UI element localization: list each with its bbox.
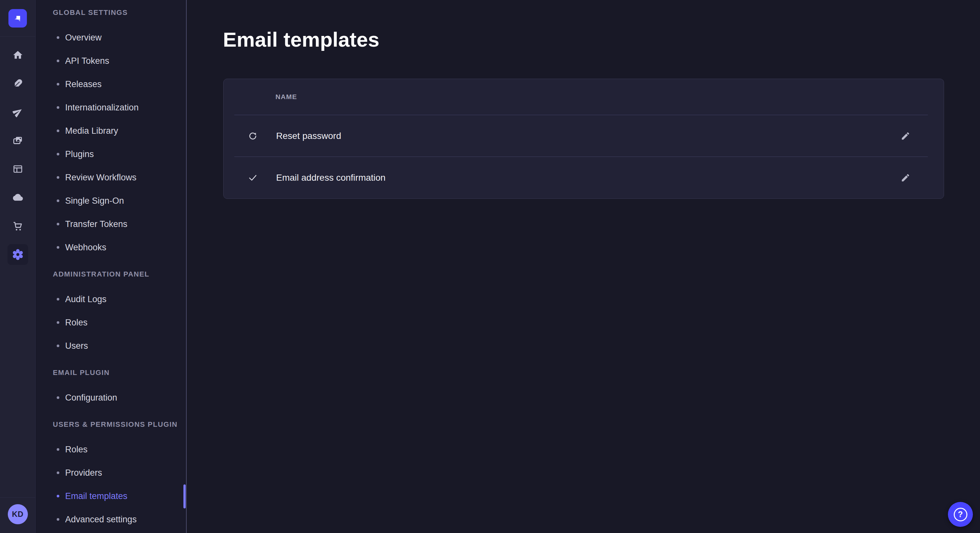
sidebar-item-label: Releases <box>65 79 102 89</box>
send-icon[interactable] <box>3 98 32 126</box>
sidebar-item-webhooks[interactable]: Webhooks <box>36 236 186 259</box>
sidebar-item-email-configuration[interactable]: Configuration <box>36 386 186 409</box>
app-icon-sidebar: KD <box>0 0 36 533</box>
table-row-reset-password[interactable]: Reset password <box>224 115 944 156</box>
user-avatar[interactable]: KD <box>8 504 28 524</box>
bullet-icon <box>57 298 59 300</box>
bullet-icon <box>57 448 59 451</box>
sidebar-item-label: Audit Logs <box>65 294 107 305</box>
settings-gear-icon[interactable] <box>3 240 32 269</box>
sidebar-item-label: Plugins <box>65 149 94 159</box>
bullet-icon <box>57 471 59 474</box>
bullet-icon <box>57 176 59 179</box>
question-circle-icon: ? <box>954 508 967 521</box>
page-title: Email templates <box>223 29 380 50</box>
rail-divider <box>0 497 35 498</box>
main-content: Email templates NAME Reset password Emai… <box>187 0 980 533</box>
sidebar-item-transfer-tokens[interactable]: Transfer Tokens <box>36 213 186 236</box>
strapi-logo[interactable] <box>8 9 27 27</box>
sidebar-item-internationalization[interactable]: Internationalization <box>36 96 186 119</box>
pencil-icon[interactable] <box>898 129 913 143</box>
template-name: Reset password <box>276 131 341 141</box>
sidebar-item-label: Media Library <box>65 126 118 136</box>
sidebar-item-providers[interactable]: Providers <box>36 461 186 484</box>
bullet-icon <box>57 83 59 86</box>
template-name: Email address confirmation <box>276 173 386 183</box>
nav-section-email-plugin: EMAIL PLUGIN Configuration <box>36 368 186 409</box>
sidebar-item-label: Providers <box>65 468 102 478</box>
email-templates-table: NAME Reset password Email address confir… <box>223 79 944 199</box>
pencil-icon[interactable] <box>898 171 913 185</box>
nav-section-administration-panel: ADMINISTRATION PANEL Audit Logs Roles Us… <box>36 270 186 357</box>
cart-icon[interactable] <box>3 212 32 240</box>
table-row-email-confirmation[interactable]: Email address confirmation <box>224 157 944 198</box>
sidebar-item-single-sign-on[interactable]: Single Sign-On <box>36 189 186 213</box>
bullet-icon <box>57 36 59 39</box>
bullet-icon <box>57 200 59 202</box>
sidebar-item-label: Roles <box>65 318 88 328</box>
sidebar-item-label: Overview <box>65 33 102 43</box>
nav-section-title: USERS & PERMISSIONS PLUGIN <box>53 420 186 429</box>
media-icon[interactable] <box>3 126 32 155</box>
nav-section-global-settings: GLOBAL SETTINGS Overview API Tokens Rele… <box>36 0 186 259</box>
sidebar-item-audit-logs[interactable]: Audit Logs <box>36 287 186 311</box>
bullet-icon <box>57 223 59 225</box>
bullet-icon <box>57 321 59 324</box>
nav-section-title: EMAIL PLUGIN <box>53 368 186 377</box>
nav-section-users-permissions-plugin: USERS & PERMISSIONS PLUGIN Roles Provide… <box>36 420 186 531</box>
sidebar-item-review-workflows[interactable]: Review Workflows <box>36 166 186 189</box>
bullet-icon <box>57 495 59 497</box>
sidebar-item-plugins[interactable]: Plugins <box>36 143 186 166</box>
feather-icon[interactable] <box>3 69 32 98</box>
table-header-row: NAME <box>224 79 944 115</box>
sidebar-item-advanced-settings[interactable]: Advanced settings <box>36 508 186 531</box>
sidebar-item-label: Advanced settings <box>65 514 137 525</box>
rail-bottom: KD <box>0 497 35 533</box>
bullet-icon <box>57 130 59 132</box>
rail-icon-list <box>3 36 32 269</box>
nav-scrollbar-thumb[interactable] <box>183 484 186 508</box>
sidebar-item-api-tokens[interactable]: API Tokens <box>36 49 186 73</box>
check-icon <box>248 173 258 183</box>
sidebar-item-media-library[interactable]: Media Library <box>36 119 186 143</box>
sidebar-item-label: Single Sign-On <box>65 196 124 206</box>
sidebar-item-label: Webhooks <box>65 243 106 252</box>
bullet-icon <box>57 397 59 399</box>
bullet-icon <box>57 60 59 62</box>
sidebar-item-label: Internationalization <box>65 103 139 113</box>
strapi-logo-icon <box>12 13 23 24</box>
help-button[interactable]: ? <box>948 502 973 527</box>
nav-section-title: ADMINISTRATION PANEL <box>53 270 186 279</box>
sidebar-item-admin-users[interactable]: Users <box>36 334 186 357</box>
sidebar-item-overview[interactable]: Overview <box>36 26 186 49</box>
sidebar-item-label: Users <box>65 341 88 351</box>
sidebar-item-email-templates[interactable]: Email templates <box>36 484 186 508</box>
cloud-icon[interactable] <box>3 183 32 212</box>
settings-subnav: GLOBAL SETTINGS Overview API Tokens Rele… <box>36 0 187 533</box>
bullet-icon <box>57 518 59 521</box>
bullet-icon <box>57 106 59 109</box>
sidebar-item-releases[interactable]: Releases <box>36 73 186 96</box>
sidebar-item-up-roles[interactable]: Roles <box>36 438 186 461</box>
sidebar-item-label: Roles <box>65 444 88 455</box>
sidebar-item-label: Transfer Tokens <box>65 219 127 229</box>
sidebar-item-label: Review Workflows <box>65 173 137 182</box>
sidebar-item-admin-roles[interactable]: Roles <box>36 311 186 334</box>
sidebar-item-label: API Tokens <box>65 56 109 66</box>
bullet-icon <box>57 246 59 249</box>
nav-section-title: GLOBAL SETTINGS <box>53 0 186 17</box>
settings-active-background <box>8 244 28 265</box>
layout-icon[interactable] <box>3 155 32 183</box>
bullet-icon <box>57 344 59 347</box>
column-header-name: NAME <box>275 93 297 101</box>
bullet-icon <box>57 153 59 155</box>
home-icon[interactable] <box>3 41 32 69</box>
sidebar-item-label: Email templates <box>65 491 127 501</box>
refresh-icon <box>248 131 258 141</box>
logo-cell <box>0 0 35 36</box>
sidebar-item-label: Configuration <box>65 393 117 403</box>
